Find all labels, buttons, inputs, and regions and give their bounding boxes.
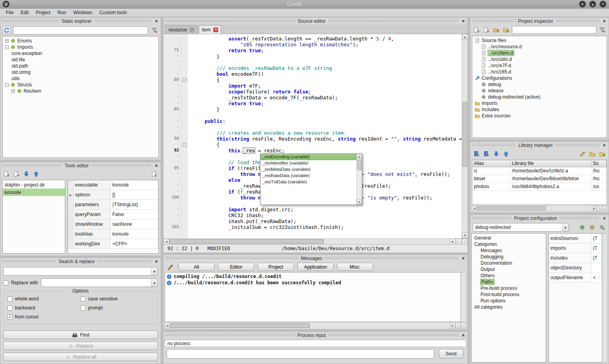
maximize-window-button[interactable]: ▴: [589, 1, 596, 7]
config-value-includes[interactable]: (T: [591, 253, 602, 263]
completion-item-resencoding-variable[interactable]: _resEncoding (variable): [260, 154, 356, 160]
scroll-down-icon[interactable]: ▼: [462, 232, 468, 238]
prop-value-queryparam[interactable]: False: [111, 210, 158, 219]
doc-add-icon[interactable]: [472, 26, 481, 34]
scroll-page-right-icon[interactable]: ›: [462, 239, 468, 245]
close-icon[interactable]: ×: [602, 18, 607, 24]
code-line[interactable]: }: [193, 53, 462, 59]
column-header-alias[interactable]: Alias: [472, 160, 510, 167]
code-line[interactable]: "z85 representation length mismatches");: [193, 42, 462, 48]
filter-project[interactable]: Project: [258, 263, 294, 271]
panel-drag-handle[interactable]: [165, 19, 295, 23]
expander-icon[interactable]: -: [5, 83, 9, 87]
tree-item-src-utils-d[interactable]: ../src/utils.d: [472, 56, 607, 62]
scroll-left-icon[interactable]: ◄: [472, 206, 477, 211]
menu-edit[interactable]: Edit: [17, 9, 32, 16]
scroll-right-icon[interactable]: ►: [450, 239, 456, 245]
editor[interactable]: ··75····80····85····90·92··95····100····…: [163, 34, 468, 238]
menu-file[interactable]: File: [2, 9, 17, 16]
scroll-down-icon[interactable]: ▼: [357, 199, 362, 205]
scroll-page-right-icon[interactable]: ›: [602, 206, 607, 211]
completion-item-restxtdata-variable[interactable]: _resTxtData (variable): [260, 179, 356, 185]
code-line[interactable]: [193, 59, 462, 65]
filter-application[interactable]: Application: [297, 263, 334, 271]
filter-misc[interactable]: Misc.: [337, 263, 373, 271]
tree-item-extra-sources[interactable]: Extra sources: [472, 113, 607, 119]
checkbox-backward[interactable]: backward: [7, 305, 81, 311]
static-explorer-search-input[interactable]: [13, 26, 148, 35]
message-row[interactable]: compiling /.../build/resource.d.coedit: [165, 273, 460, 280]
completion-item-resmetadata-variable[interactable]: _resMetaData (variable): [260, 166, 356, 173]
tree-item-core-exception[interactable]: core.exception: [3, 50, 158, 57]
checkbox-from-cursor[interactable]: ✓from cursor: [7, 314, 81, 320]
scroll-left-icon[interactable]: ◄: [165, 323, 170, 328]
tree-item-src-resource-d[interactable]: ../src/resource.d: [472, 44, 607, 50]
code-line[interactable]: [193, 124, 462, 130]
replace-with-combobox[interactable]: ▾: [41, 278, 158, 287]
code-line[interactable]: assert(_resTxtData.length == _resRawData…: [193, 36, 462, 42]
gear-green-icon[interactable]: [578, 223, 587, 232]
panel-drag-handle[interactable]: [2, 260, 56, 263]
tree-item-run-options[interactable]: Run options: [472, 298, 546, 304]
panel-drag-handle[interactable]: [328, 333, 458, 337]
checkbox-prompt[interactable]: prompt: [81, 305, 154, 311]
tree-item-all-categories[interactable]: All categories: [472, 304, 546, 310]
menu-custom-tools[interactable]: Custom tools: [96, 9, 130, 16]
filter-icon[interactable]: [150, 26, 159, 35]
tree-item-std-path[interactable]: std.path: [3, 63, 158, 69]
menu-windows[interactable]: Windows: [70, 9, 96, 16]
tree-item-others[interactable]: Others: [472, 273, 546, 279]
prop-value-showwindow[interactable]: swoNone: [111, 219, 158, 229]
panel-drag-handle[interactable]: [2, 19, 59, 23]
panel-drag-handle[interactable]: [556, 19, 599, 23]
book-remove-icon[interactable]: [482, 150, 491, 158]
tree-item-categories[interactable]: Categories: [472, 241, 546, 247]
shade-window-button[interactable]: ▾: [579, 1, 586, 7]
code-line[interactable]: {: [193, 77, 462, 83]
scrollbar-track[interactable]: [357, 159, 362, 199]
scroll-page-right-icon[interactable]: ›: [461, 323, 466, 328]
code-line[interactable]: return true;: [193, 48, 462, 53]
find-button[interactable]: Find: [3, 331, 158, 339]
scrollbar-thumb[interactable]: [169, 239, 324, 244]
tree-item-std-string[interactable]: std.string: [3, 69, 158, 75]
filter-all[interactable]: All: [178, 263, 215, 271]
panel-drag-handle[interactable]: [328, 19, 458, 23]
expander-icon[interactable]: +: [5, 39, 9, 43]
doc-remove-icon[interactable]: [12, 170, 21, 178]
code-line[interactable]: CRC32 ihash;: [193, 212, 462, 218]
arrow-up-icon[interactable]: [502, 150, 510, 158]
send-button[interactable]: Send: [439, 349, 463, 359]
refresh-icon[interactable]: [2, 26, 11, 35]
prop-value-options[interactable]: []: [111, 190, 158, 200]
tool-item-dolphin-project-dir[interactable]: dolphin - project dir: [3, 181, 65, 188]
checkbox-whole-word[interactable]: whole word: [7, 296, 81, 302]
scroll-up-icon[interactable]: ▲: [462, 34, 468, 40]
menu-project[interactable]: Project: [32, 9, 54, 16]
tree-item-enums[interactable]: +Enums: [3, 38, 158, 44]
code-line[interactable]: scope(failure) return false;: [193, 89, 462, 95]
code-line[interactable]: [193, 112, 462, 118]
tree-item-source-files[interactable]: Source files: [472, 37, 607, 44]
panel-drag-handle[interactable]: [165, 256, 299, 260]
panel-drag-handle[interactable]: [325, 256, 458, 260]
app-icon[interactable]: [3, 1, 9, 7]
gear-yellow-icon[interactable]: [588, 223, 596, 232]
clear-messages-icon[interactable]: [166, 263, 175, 271]
doc-remove-icon[interactable]: [482, 26, 491, 34]
code-line[interactable]: return true;: [193, 101, 462, 106]
replace-all-button[interactable]: Replace all: [3, 353, 158, 361]
scroll-page-left-icon[interactable]: ‹: [456, 239, 462, 245]
tree-item-utils[interactable]: utils: [3, 75, 158, 82]
arrow-down-icon[interactable]: [22, 170, 31, 178]
code-line[interactable]: ihash.put(_resRawData);: [193, 218, 462, 224]
scroll-right-icon[interactable]: ►: [592, 206, 597, 211]
panel-drag-handle[interactable]: [2, 164, 62, 167]
close-icon[interactable]: ×: [154, 259, 159, 264]
tree-item-std-file[interactable]: std.file: [3, 57, 158, 63]
library-row-bitset[interactable]: bitset/home/basile/Dev/Bitset/lib/bitse/…: [472, 175, 607, 183]
config-value-outputfilename[interactable]: <: [591, 273, 602, 283]
scroll-page-left-icon[interactable]: ‹: [597, 206, 602, 211]
prop-value-executable[interactable]: konsole: [111, 180, 158, 190]
library-row-iz[interactable]: iz/home/basile/Dev/Iz/lib/iz.a/ho: [472, 167, 607, 175]
